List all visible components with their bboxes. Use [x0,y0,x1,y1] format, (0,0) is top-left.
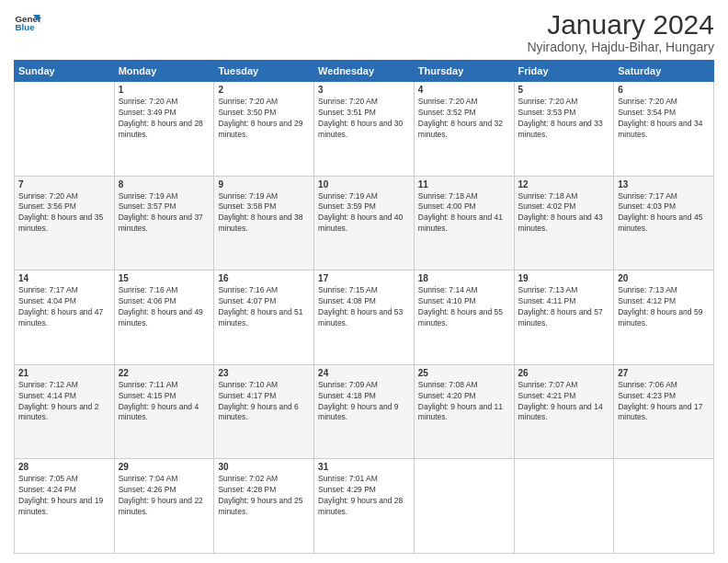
day-number: 7 [18,179,110,190]
day-number: 21 [18,368,110,378]
day-info: Sunrise: 7:18 AM Sunset: 4:00 PM Dayligh… [418,191,510,236]
day-number: 17 [318,273,410,283]
day-info: Sunrise: 7:11 AM Sunset: 4:15 PM Dayligh… [119,380,210,424]
day-number: 9 [218,179,310,190]
day-number: 11 [418,179,510,190]
svg-text:Blue: Blue [16,22,36,32]
calendar-cell: 31Sunrise: 7:01 AM Sunset: 4:29 PM Dayli… [314,459,415,554]
calendar-cell: 24Sunrise: 7:09 AM Sunset: 4:18 PM Dayli… [314,364,415,459]
calendar-cell: 17Sunrise: 7:15 AM Sunset: 4:08 PM Dayli… [314,270,415,365]
day-number: 19 [518,273,610,283]
logo-icon: General Blue [14,9,41,37]
day-info: Sunrise: 7:16 AM Sunset: 4:06 PM Dayligh… [119,285,210,329]
day-info: Sunrise: 7:14 AM Sunset: 4:10 PM Dayligh… [418,285,510,329]
calendar-cell [614,459,714,554]
title-block: January 2024 Nyiradony, Hajdu-Bihar, Hun… [527,9,714,54]
day-info: Sunrise: 7:07 AM Sunset: 4:21 PM Dayligh… [518,380,610,424]
calendar-cell: 11Sunrise: 7:18 AM Sunset: 4:00 PM Dayli… [414,176,514,270]
day-number: 20 [618,273,710,283]
day-number: 6 [618,85,710,95]
day-number: 3 [318,85,410,95]
calendar-cell: 27Sunrise: 7:06 AM Sunset: 4:23 PM Dayli… [614,364,714,459]
day-info: Sunrise: 7:20 AM Sunset: 3:51 PM Dayligh… [318,97,410,141]
day-info: Sunrise: 7:17 AM Sunset: 4:04 PM Dayligh… [18,285,110,329]
calendar-cell: 16Sunrise: 7:16 AM Sunset: 4:07 PM Dayli… [214,270,314,365]
day-info: Sunrise: 7:12 AM Sunset: 4:14 PM Dayligh… [18,380,110,424]
logo: General Blue [14,9,41,37]
day-info: Sunrise: 7:02 AM Sunset: 4:28 PM Dayligh… [218,474,310,518]
week-row-1: 1Sunrise: 7:20 AM Sunset: 3:49 PM Daylig… [15,82,714,177]
day-number: 16 [218,273,310,283]
week-row-2: 7Sunrise: 7:20 AM Sunset: 3:56 PM Daylig… [15,176,714,270]
calendar-cell: 4Sunrise: 7:20 AM Sunset: 3:52 PM Daylig… [414,82,514,177]
day-info: Sunrise: 7:20 AM Sunset: 3:53 PM Dayligh… [518,97,610,141]
day-number: 18 [418,273,510,283]
day-info: Sunrise: 7:01 AM Sunset: 4:29 PM Dayligh… [318,474,410,518]
calendar-cell: 25Sunrise: 7:08 AM Sunset: 4:20 PM Dayli… [414,364,514,459]
calendar-cell: 30Sunrise: 7:02 AM Sunset: 4:28 PM Dayli… [214,459,314,554]
calendar-cell [514,459,614,554]
day-info: Sunrise: 7:20 AM Sunset: 3:56 PM Dayligh… [18,191,110,236]
day-info: Sunrise: 7:19 AM Sunset: 3:58 PM Dayligh… [218,191,310,236]
week-row-3: 14Sunrise: 7:17 AM Sunset: 4:04 PM Dayli… [15,270,714,365]
day-number: 8 [119,179,210,190]
day-number: 27 [618,368,710,378]
day-info: Sunrise: 7:15 AM Sunset: 4:08 PM Dayligh… [318,285,410,329]
day-info: Sunrise: 7:17 AM Sunset: 4:03 PM Dayligh… [618,191,710,236]
calendar-cell: 19Sunrise: 7:13 AM Sunset: 4:11 PM Dayli… [514,270,614,365]
day-info: Sunrise: 7:19 AM Sunset: 3:59 PM Dayligh… [318,191,410,236]
day-info: Sunrise: 7:16 AM Sunset: 4:07 PM Dayligh… [218,285,310,329]
day-number: 25 [418,368,510,378]
day-number: 30 [218,462,310,472]
day-number: 29 [119,462,210,472]
calendar-cell: 23Sunrise: 7:10 AM Sunset: 4:17 PM Dayli… [214,364,314,459]
calendar-cell: 29Sunrise: 7:04 AM Sunset: 4:26 PM Dayli… [114,459,214,554]
day-info: Sunrise: 7:20 AM Sunset: 3:54 PM Dayligh… [618,97,710,141]
day-info: Sunrise: 7:10 AM Sunset: 4:17 PM Dayligh… [218,380,310,424]
day-info: Sunrise: 7:20 AM Sunset: 3:52 PM Dayligh… [418,97,510,141]
day-number: 15 [119,273,210,283]
calendar-cell: 18Sunrise: 7:14 AM Sunset: 4:10 PM Dayli… [414,270,514,365]
calendar-cell: 9Sunrise: 7:19 AM Sunset: 3:58 PM Daylig… [214,176,314,270]
calendar-cell: 12Sunrise: 7:18 AM Sunset: 4:02 PM Dayli… [514,176,614,270]
day-info: Sunrise: 7:05 AM Sunset: 4:24 PM Dayligh… [18,474,110,518]
calendar-cell: 20Sunrise: 7:13 AM Sunset: 4:12 PM Dayli… [614,270,714,365]
day-number: 24 [318,368,410,378]
header-tuesday: Tuesday [214,61,314,82]
day-number: 13 [618,179,710,190]
calendar-cell: 21Sunrise: 7:12 AM Sunset: 4:14 PM Dayli… [15,364,115,459]
calendar-cell: 10Sunrise: 7:19 AM Sunset: 3:59 PM Dayli… [314,176,415,270]
calendar-cell: 22Sunrise: 7:11 AM Sunset: 4:15 PM Dayli… [114,364,214,459]
calendar-cell [15,82,115,177]
header: General Blue January 2024 Nyiradony, Haj… [14,9,714,54]
day-info: Sunrise: 7:13 AM Sunset: 4:12 PM Dayligh… [618,285,710,329]
day-number: 1 [119,85,210,95]
header-friday: Friday [514,61,614,82]
day-number: 5 [518,85,610,95]
header-monday: Monday [114,61,214,82]
calendar-cell [414,459,514,554]
day-number: 22 [119,368,210,378]
month-title: January 2024 [527,9,714,40]
day-info: Sunrise: 7:18 AM Sunset: 4:02 PM Dayligh… [518,191,610,236]
header-sunday: Sunday [15,61,115,82]
day-number: 31 [318,462,410,472]
calendar-cell: 6Sunrise: 7:20 AM Sunset: 3:54 PM Daylig… [614,82,714,177]
day-number: 4 [418,85,510,95]
day-info: Sunrise: 7:19 AM Sunset: 3:57 PM Dayligh… [119,191,210,236]
day-info: Sunrise: 7:20 AM Sunset: 3:50 PM Dayligh… [218,97,310,141]
day-info: Sunrise: 7:08 AM Sunset: 4:20 PM Dayligh… [418,380,510,424]
calendar-page: General Blue January 2024 Nyiradony, Haj… [0,0,728,563]
day-number: 10 [318,179,410,190]
calendar-cell: 3Sunrise: 7:20 AM Sunset: 3:51 PM Daylig… [314,82,415,177]
location-title: Nyiradony, Hajdu-Bihar, Hungary [527,40,714,54]
day-info: Sunrise: 7:04 AM Sunset: 4:26 PM Dayligh… [119,474,210,518]
calendar-cell: 26Sunrise: 7:07 AM Sunset: 4:21 PM Dayli… [514,364,614,459]
day-info: Sunrise: 7:20 AM Sunset: 3:49 PM Dayligh… [119,97,210,141]
calendar-cell: 13Sunrise: 7:17 AM Sunset: 4:03 PM Dayli… [614,176,714,270]
header-saturday: Saturday [614,61,714,82]
calendar-cell: 8Sunrise: 7:19 AM Sunset: 3:57 PM Daylig… [114,176,214,270]
calendar-cell: 7Sunrise: 7:20 AM Sunset: 3:56 PM Daylig… [15,176,115,270]
day-number: 2 [218,85,310,95]
week-row-4: 21Sunrise: 7:12 AM Sunset: 4:14 PM Dayli… [15,364,714,459]
